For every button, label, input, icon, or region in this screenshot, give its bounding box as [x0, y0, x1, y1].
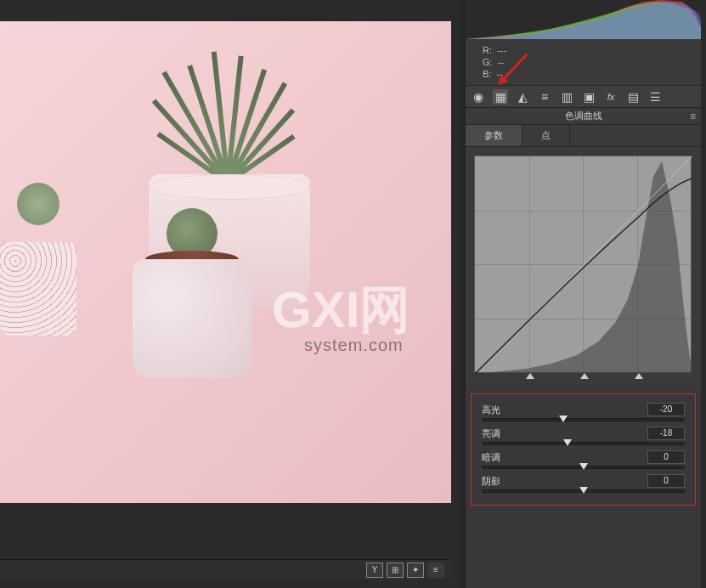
pot-textured — [133, 259, 251, 378]
darks-label: 暗调 — [482, 451, 500, 464]
darks-track[interactable] — [482, 466, 685, 469]
marker-shadows[interactable] — [526, 373, 534, 379]
shadows-thumb[interactable] — [579, 487, 588, 494]
tab-presets-icon[interactable]: ☰ — [647, 89, 663, 105]
highlights-thumb[interactable] — [559, 416, 568, 422]
highlights-track[interactable] — [482, 418, 685, 421]
canvas-image[interactable]: GXI网 system.com — [0, 21, 451, 503]
tab-split-icon[interactable]: ▥ — [559, 89, 574, 105]
b-label: B: — [483, 69, 491, 79]
toolbar-btn-y[interactable]: Y — [366, 563, 383, 578]
highlights-label: 高光 — [482, 404, 500, 416]
darks-thumb[interactable] — [579, 463, 588, 470]
g-label: G: — [483, 57, 493, 67]
lights-thumb[interactable] — [563, 439, 572, 446]
right-panel: R: --- G: -- B: -- ◉ ▦ ◭ ≡ ▥ ▣ fx ▤ ☰ 色调… — [463, 0, 701, 588]
marker-highlights[interactable] — [635, 373, 643, 379]
marker-midtones[interactable] — [580, 373, 589, 379]
sub-tab-parametric[interactable]: 参数 — [466, 125, 522, 146]
b-value: -- — [497, 69, 503, 79]
tab-basic-icon[interactable]: ◉ — [471, 89, 486, 105]
shadows-label: 阴影 — [482, 475, 500, 488]
r-label: R: — [483, 45, 492, 55]
panel-title-bar: 色调曲线 ≡ — [466, 108, 701, 125]
g-value: -- — [498, 57, 504, 67]
lights-track[interactable] — [482, 442, 685, 445]
tool-tabs-strip: ◉ ▦ ◭ ≡ ▥ ▣ fx ▤ ☰ — [466, 86, 701, 108]
tab-detail-icon[interactable]: ◭ — [515, 89, 530, 105]
lights-value[interactable]: -18 — [647, 427, 685, 440]
viewport-bottom-toolbar: Y ⊞ ✦ ≡ — [0, 559, 451, 580]
aloe-leaves — [166, 47, 302, 183]
curve-area[interactable] — [474, 155, 692, 373]
tab-tone-curve-icon[interactable]: ▦ — [493, 89, 508, 105]
r-value: --- — [497, 45, 506, 55]
tab-lens-icon[interactable]: ▣ — [581, 89, 596, 105]
tab-hsl-icon[interactable]: ≡ — [537, 89, 552, 105]
panel-menu-icon[interactable]: ≡ — [690, 110, 696, 122]
sub-tab-spacer — [570, 125, 701, 146]
slider-darks: 暗调 0 — [482, 450, 685, 469]
shadows-value[interactable]: 0 — [647, 474, 685, 488]
slider-highlights: 高光 -20 — [482, 403, 685, 421]
histogram-top[interactable] — [466, 0, 701, 39]
plant-round-cactus — [133, 208, 251, 378]
rgb-readout: R: --- G: -- B: -- — [466, 39, 701, 86]
toolbar-btn-settings[interactable]: ≡ — [427, 563, 444, 578]
shadows-track[interactable] — [482, 489, 685, 493]
highlights-value[interactable]: -20 — [647, 403, 685, 416]
sub-tab-point[interactable]: 点 — [522, 125, 570, 146]
curve-editor — [466, 147, 701, 390]
plant-small-cactus-left — [0, 183, 76, 336]
lights-label: 亮调 — [482, 427, 500, 440]
parametric-sliders-box: 高光 -20 亮调 -18 暗调 0 — [471, 393, 696, 506]
image-viewport: GXI网 system.com Y ⊞ ✦ ≡ — [0, 0, 451, 588]
darks-value[interactable]: 0 — [647, 450, 685, 464]
cactus-small-left — [17, 183, 59, 225]
toolbar-btn-star[interactable]: ✦ — [407, 563, 424, 578]
slider-lights: 亮调 -18 — [482, 427, 685, 445]
tab-fx-icon[interactable]: fx — [603, 89, 618, 105]
histogram-svg — [466, 0, 701, 39]
svg-marker-2 — [466, 2, 701, 39]
toolbar-btn-grid[interactable]: ⊞ — [387, 563, 404, 578]
pot-dotted — [0, 242, 76, 336]
curve-range-markers — [474, 373, 692, 382]
watermark-sub: system.com — [304, 336, 404, 355]
slider-shadows: 阴影 0 — [482, 474, 685, 493]
curve-svg — [475, 156, 692, 374]
curve-sub-tabs: 参数 点 — [466, 125, 701, 147]
tab-calibrate-icon[interactable]: ▤ — [625, 89, 641, 105]
panel-title: 色调曲线 — [565, 110, 602, 122]
